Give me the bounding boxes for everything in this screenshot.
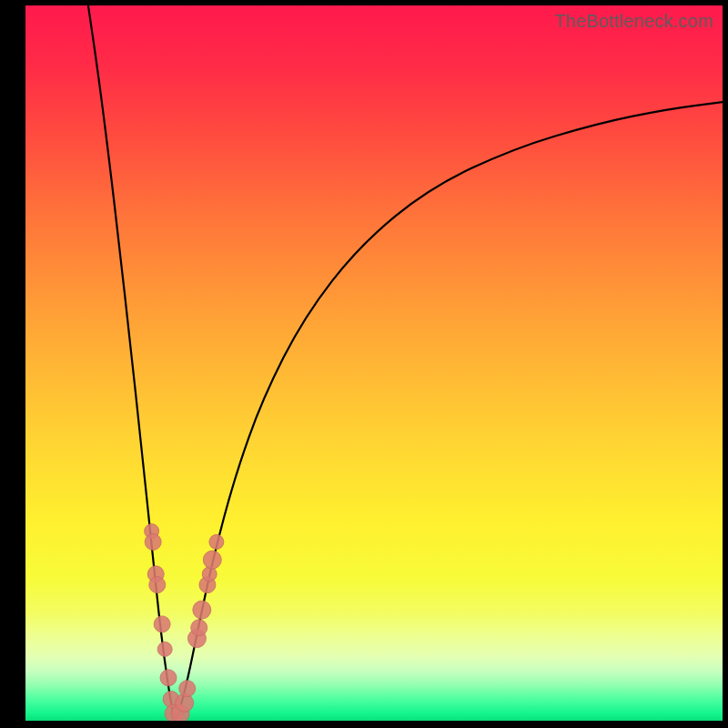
bead-marker xyxy=(179,681,196,697)
plot-area: TheBottleneck.com xyxy=(25,5,723,721)
bead-marker xyxy=(191,620,207,636)
bead-marker xyxy=(145,534,161,551)
bead-marker xyxy=(154,616,170,632)
bead-marker xyxy=(202,567,217,581)
chart-svg xyxy=(25,5,723,721)
bead-marker xyxy=(203,551,221,569)
bead-marker xyxy=(157,642,172,656)
bead-marker xyxy=(193,601,211,619)
curve-right-branch xyxy=(176,102,723,721)
bead-marker xyxy=(149,577,166,593)
bead-marker xyxy=(160,670,177,686)
bead-cluster xyxy=(145,524,224,721)
bead-marker xyxy=(209,535,224,550)
curve-left-branch xyxy=(88,5,177,721)
